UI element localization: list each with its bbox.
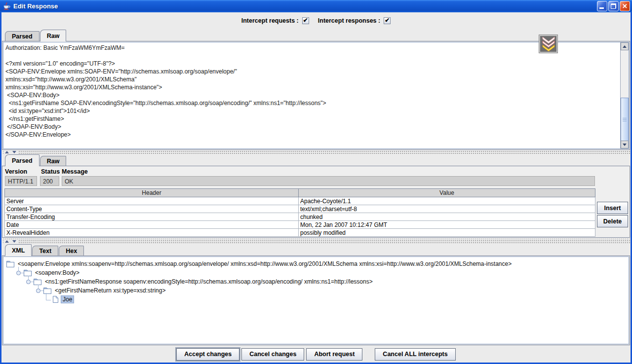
restore-icon[interactable] [608, 1, 619, 11]
tab-content-hex[interactable]: Hex [59, 246, 84, 256]
split-divider-bottom[interactable] [2, 239, 630, 244]
cancel-changes-button[interactable]: Cancel changes [241, 348, 304, 361]
tree-selected-value[interactable]: Joe [61, 295, 74, 303]
folder-icon [24, 270, 32, 276]
request-panel: Parsed Raw Authorization: Basic YmFzaWM6… [2, 30, 630, 150]
version-field[interactable]: HTTP/1.1 [5, 176, 37, 186]
tab-response-parsed[interactable]: Parsed [5, 154, 40, 166]
table-row[interactable]: Date Mon, 22 Jan 2007 10:12:47 GMT [5, 221, 595, 229]
headers-table-col-value[interactable]: Value [299, 189, 595, 197]
tree-node-body[interactable]: <soapenv:Body> [3, 268, 629, 277]
raw-request-textarea[interactable]: Authorization: Basic YmFzaWM6YmFzaWM= <?… [3, 42, 629, 149]
table-row[interactable]: Server Apache-Coyote/1.1 [5, 197, 595, 205]
raw-request-text[interactable]: Authorization: Basic YmFzaWM6YmFzaWM= <?… [3, 42, 629, 140]
value-cell[interactable]: Mon, 22 Jan 2007 10:12:47 GMT [299, 221, 595, 229]
tree-node-value[interactable]: Joe [3, 295, 629, 304]
status-label: Status [41, 168, 60, 175]
content-panel: XML Text Hex <soapenv:Envelope xmlns:soa… [2, 244, 630, 345]
scrollbar-thumb[interactable] [621, 98, 629, 142]
tree-elbow-line [46, 293, 51, 300]
intercept-responses-label: Intercept responses : [318, 17, 380, 24]
header-cell[interactable]: Date [5, 221, 299, 229]
table-row[interactable]: Transfer-Encoding chunked [5, 213, 595, 221]
tab-request-raw[interactable]: Raw [40, 30, 67, 41]
headers-table: Header Value Server Apache-Coyote/1.1 Co… [4, 188, 595, 237]
triple-chevron-down-icon[interactable] [539, 35, 558, 53]
footer-button-bar: Accept changes Cancel changes Abort requ… [1, 347, 631, 362]
split-collapse-down-icon[interactable] [12, 151, 16, 153]
tree-node-getfirstnamereturn[interactable]: <getFirstNameReturn xsi:type=xsd:string> [3, 286, 629, 295]
close-icon[interactable] [620, 1, 630, 11]
table-row[interactable]: X-RevealHidden possibly modified [5, 229, 595, 237]
cancel-all-intercepts-button[interactable]: Cancel ALL intercepts [375, 348, 455, 361]
header-cell[interactable]: Server [5, 197, 299, 205]
insert-button[interactable]: Insert [597, 202, 628, 214]
header-cell[interactable]: Content-Type [5, 205, 299, 213]
titlebar[interactable]: Edit Response [0, 0, 632, 12]
abort-request-button[interactable]: Abort request [306, 348, 362, 361]
minimize-icon[interactable] [597, 1, 607, 11]
edit-response-window: Intercept requests : Intercept responses… [0, 12, 632, 364]
response-panel: Parsed Raw Version Status Message HTTP/1… [2, 154, 630, 238]
value-cell[interactable]: text/xml;charset=utf-8 [299, 205, 595, 213]
scroll-down-icon[interactable] [621, 141, 629, 148]
header-cell[interactable]: X-RevealHidden [5, 229, 299, 237]
intercept-requests-label: Intercept requests : [241, 17, 299, 24]
tree-node-envelope[interactable]: <soapenv:Envelope xmlns:soapenv=http://s… [3, 259, 629, 268]
header-cell[interactable]: Transfer-Encoding [5, 213, 299, 221]
tree-node-getfirstnameresponse[interactable]: <ns1:getFirstNameResponse soapenv:encodi… [3, 277, 629, 286]
folder-icon [6, 261, 14, 267]
message-label: Message [62, 168, 88, 175]
xml-tree: <soapenv:Envelope xmlns:soapenv=http://s… [3, 256, 629, 344]
java-cup-icon [2, 2, 11, 10]
accept-changes-button[interactable]: Accept changes [176, 348, 239, 361]
table-row[interactable]: Content-Type text/xml;charset=utf-8 [5, 205, 595, 213]
split-collapse-up-icon[interactable] [5, 240, 9, 243]
intercept-responses-checkbox[interactable] [384, 17, 391, 24]
split-collapse-up-icon[interactable] [5, 151, 9, 153]
tab-content-xml[interactable]: XML [5, 244, 32, 256]
tab-content-text[interactable]: Text [32, 246, 58, 256]
document-icon [53, 296, 58, 303]
intercept-requests-checkbox[interactable] [302, 17, 309, 24]
scroll-up-icon[interactable] [621, 42, 629, 50]
value-cell[interactable]: possibly modified [299, 229, 595, 237]
value-cell[interactable]: Apache-Coyote/1.1 [299, 197, 595, 205]
status-field[interactable]: 200 [40, 176, 59, 186]
split-divider-top[interactable] [2, 149, 630, 154]
headers-table-col-header[interactable]: Header [5, 189, 299, 197]
tab-request-parsed[interactable]: Parsed [5, 31, 40, 41]
tree-expand-handle-icon[interactable] [26, 280, 31, 284]
tab-response-raw[interactable]: Raw [40, 156, 67, 166]
value-cell[interactable]: chunked [299, 213, 595, 221]
request-scrollbar[interactable] [620, 42, 629, 148]
split-collapse-down-icon[interactable] [12, 240, 16, 243]
version-label: Version [5, 168, 27, 175]
folder-icon [34, 279, 41, 285]
tree-expand-handle-icon[interactable] [36, 289, 40, 293]
window-title: Edit Response [13, 2, 597, 10]
intercept-options-row: Intercept requests : Intercept responses… [1, 12, 631, 29]
tree-expand-handle-icon[interactable] [16, 271, 21, 275]
message-field[interactable]: OK [62, 176, 595, 186]
delete-button[interactable]: Delete [597, 215, 628, 227]
